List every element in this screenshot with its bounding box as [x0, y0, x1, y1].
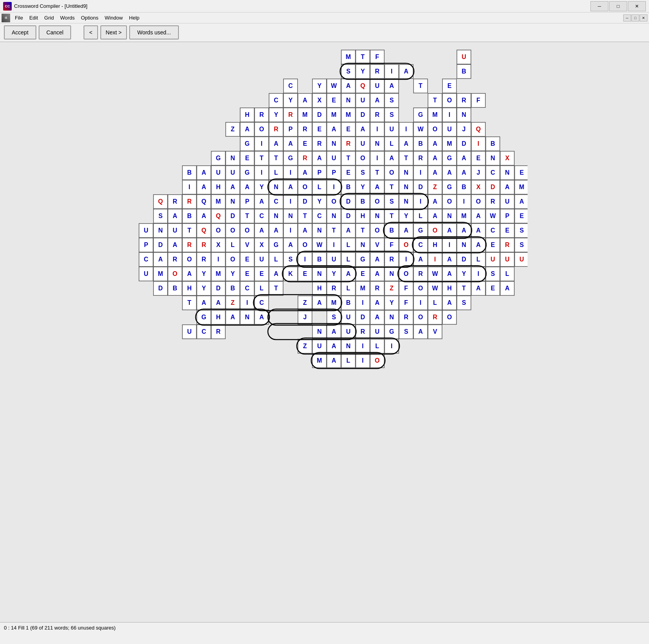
status-bar: 0 : 14 Fill 1 (69 of 211 words; 66 unuse…	[0, 622, 649, 633]
menu-icon: ⊞	[2, 14, 10, 22]
sub-close[interactable]: ✕	[640, 14, 647, 21]
cancel-button[interactable]: Cancel	[39, 25, 71, 39]
crossword-grid[interactable]	[137, 48, 528, 435]
menu-item-options[interactable]: Options	[78, 14, 102, 21]
words-used-button[interactable]: Words used...	[129, 25, 178, 39]
crossword-canvas[interactable]	[137, 48, 528, 435]
app-icon: CC	[3, 2, 12, 11]
menu-item-help[interactable]: Help	[126, 14, 143, 21]
sub-minimize[interactable]: ─	[623, 14, 631, 21]
maximize-button[interactable]: □	[609, 1, 627, 11]
status-text: 0 : 14 Fill 1 (69 of 211 words; 66 unuse…	[4, 625, 116, 631]
accept-button[interactable]: Accept	[4, 25, 36, 39]
title-bar-text: Crossword Compiler - [Untitled9]	[14, 3, 590, 9]
sub-maximize[interactable]: □	[631, 14, 639, 21]
menu-item-grid[interactable]: Grid	[41, 14, 57, 21]
title-bar: CC Crossword Compiler - [Untitled9] ─ □ …	[0, 0, 649, 13]
menu-item-window[interactable]: Window	[102, 14, 126, 21]
menu-item-words[interactable]: Words	[57, 14, 78, 21]
window-controls: ─ □ ✕	[590, 1, 646, 11]
main-content: 0 : 14 Fill 1 (69 of 211 words; 66 unuse…	[0, 42, 649, 633]
prev-button[interactable]: <	[84, 25, 98, 39]
menu-bar: ⊞ File Edit Grid Words Options Window He…	[0, 13, 649, 23]
toolbar: Accept Cancel < Next > Words used...	[0, 23, 649, 42]
next-button[interactable]: Next >	[100, 25, 127, 39]
menu-item-edit[interactable]: Edit	[26, 14, 41, 21]
close-button[interactable]: ✕	[628, 1, 646, 11]
window-sub-controls: ─ □ ✕	[623, 14, 647, 21]
minimize-button[interactable]: ─	[590, 1, 608, 11]
menu-item-file[interactable]: File	[12, 14, 26, 21]
